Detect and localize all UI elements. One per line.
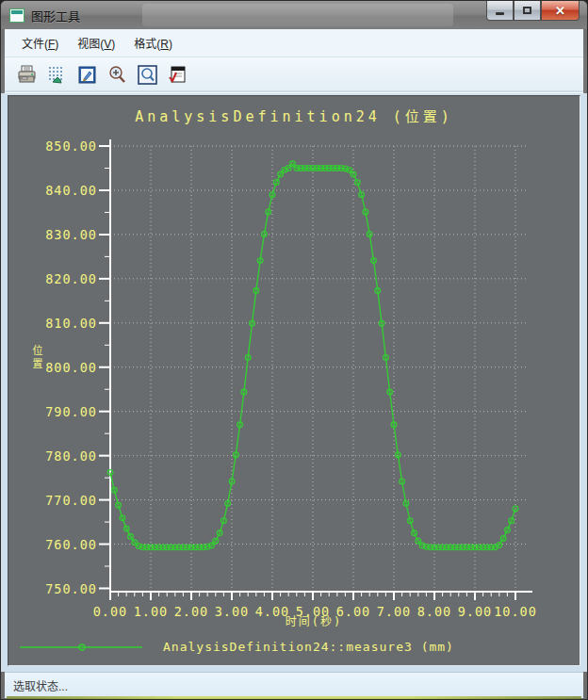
point-display-icon [46, 64, 68, 86]
close-icon: ✕ [555, 5, 565, 17]
svg-text:750.00: 750.00 [45, 581, 97, 596]
svg-text:820.00: 820.00 [45, 271, 97, 286]
svg-text:850.00: 850.00 [45, 138, 97, 154]
titlebar-sheen [142, 4, 453, 26]
maximize-icon [523, 7, 531, 14]
minimize-button[interactable] [486, 1, 514, 21]
graph-tool-window: 图形工具 ✕ 文件(F) 视图(V) 格式(R) [0, 0, 588, 700]
zoom-in-button[interactable] [105, 62, 130, 88]
minimize-icon [496, 12, 504, 15]
svg-text:770.00: 770.00 [45, 493, 97, 508]
menubar: 文件(F) 视图(V) 格式(R) [5, 29, 583, 57]
svg-text:810.00: 810.00 [45, 316, 97, 331]
zoom-in-icon [106, 64, 128, 86]
edit-graph-icon [76, 64, 98, 86]
svg-text:790.00: 790.00 [45, 404, 97, 419]
app-window-icon [9, 8, 24, 23]
toolbar [5, 57, 583, 93]
zoom-refit-button[interactable] [135, 62, 160, 88]
statusbar: 选取状态... [5, 672, 583, 698]
menu-file[interactable]: 文件(F) [12, 30, 68, 56]
edit-graph-button[interactable] [74, 62, 100, 88]
legend-line-sample [20, 642, 142, 653]
x-axis-label: 时间(秒) [110, 612, 517, 628]
titlebar[interactable]: 图形工具 ✕ [1, 1, 587, 29]
print-icon [16, 64, 38, 86]
maximize-button[interactable] [514, 1, 541, 21]
chart-panel[interactable]: AnalysisDefinition24 (位置) 750.00760.0077… [8, 95, 580, 666]
svg-text:800.00: 800.00 [45, 360, 97, 375]
status-text: 选取状态... [13, 677, 68, 693]
graph-options-button[interactable] [165, 62, 190, 88]
close-button[interactable]: ✕ [541, 1, 580, 21]
window-bottom-glow [7, 696, 581, 699]
menu-format[interactable]: 格式(R) [124, 30, 182, 56]
print-button[interactable] [14, 62, 40, 88]
svg-text:840.00: 840.00 [45, 183, 97, 198]
svg-text:760.00: 760.00 [45, 537, 97, 552]
window-controls: ✕ [486, 1, 580, 21]
point-display-button[interactable] [44, 62, 70, 88]
svg-text:830.00: 830.00 [45, 227, 97, 242]
content-area: AnalysisDefinition24 (位置) 750.00760.0077… [1, 93, 587, 672]
y-axis-label: 位置 [29, 345, 44, 371]
legend: AnalysisDefinition24::measure3 (mm) [20, 640, 454, 654]
svg-text:780.00: 780.00 [45, 448, 97, 464]
plot-canvas[interactable]: 750.00760.00770.00780.00790.00800.00810.… [8, 96, 580, 666]
legend-label: AnalysisDefinition24::measure3 (mm) [163, 640, 454, 654]
zoom-refit-icon [137, 64, 158, 86]
graph-options-icon [167, 64, 188, 86]
window-title: 图形工具 [31, 7, 80, 24]
menu-view[interactable]: 视图(V) [68, 30, 124, 56]
